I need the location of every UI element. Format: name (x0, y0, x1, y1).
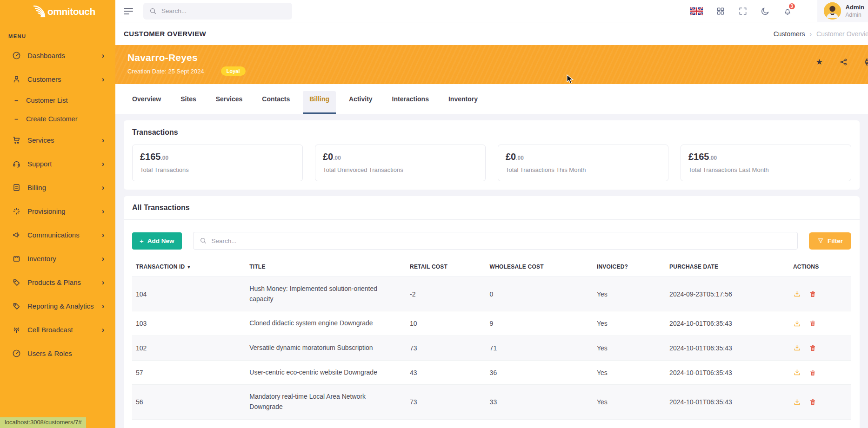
sidebar-item-cell-broadcast[interactable]: Cell Broadcast › (0, 318, 115, 342)
sidebar-nav: Dashboards › Customers › – Customer List… (0, 44, 115, 365)
sidebar-subitem-label: Create Customer (26, 115, 77, 123)
col-purchase-date[interactable]: PURCHASE DATE (666, 260, 789, 277)
trash-icon[interactable] (809, 320, 816, 327)
uk-flag-icon[interactable] (690, 7, 703, 15)
megaphone-icon (12, 230, 21, 239)
tab-interactions[interactable]: Interactions (386, 91, 435, 114)
stat-label: Total Transactions (140, 166, 295, 173)
tag-icon (12, 278, 21, 287)
user-role: Admin (846, 12, 864, 18)
table-search-input[interactable] (212, 237, 791, 244)
cell-retail-cost: 43 (406, 360, 486, 385)
app-logo[interactable]: omnitouch (0, 0, 115, 21)
sidebar-item-label: Customers (27, 75, 61, 83)
fullscreen-icon[interactable] (738, 7, 748, 16)
table-row: 102 Versatile dynamic moratorium Subscri… (132, 336, 851, 361)
col-title[interactable]: TITLE (246, 260, 406, 277)
sidebar-subitem-label: Customer List (26, 97, 67, 104)
creation-date: Creation Date: 25 Sept 2024 (127, 68, 204, 75)
bell-icon[interactable]: 3 (783, 7, 792, 16)
download-icon[interactable] (793, 344, 801, 352)
search-icon (149, 7, 157, 15)
cell-invoiced: Yes (593, 385, 666, 419)
sidebar-item-support[interactable]: Support › (0, 152, 115, 176)
chevron-right-icon: › (102, 231, 104, 239)
cell-invoiced: Yes (593, 336, 666, 361)
sidebar-item-provisioning[interactable]: Provisioning › (0, 199, 115, 223)
stat-label: Total Transactions Last Month (688, 166, 843, 173)
tab-sites[interactable]: Sites (174, 91, 202, 114)
chevron-right-icon: › (102, 184, 104, 191)
tab-activity[interactable]: Activity (342, 91, 379, 114)
grid-icon[interactable] (716, 7, 725, 16)
dash-icon: – (14, 97, 18, 104)
download-icon[interactable] (793, 369, 801, 376)
cell-retail-cost: 10 (406, 311, 486, 336)
cell-invoiced: Yes (593, 311, 666, 336)
col-transaction-id[interactable]: TRANSACTION ID▼ (132, 260, 246, 277)
col-invoiced[interactable]: INVOICED? (593, 260, 666, 277)
sidebar-item-label: Users & Roles (27, 349, 72, 357)
trash-icon[interactable] (809, 290, 816, 298)
tab-inventory[interactable]: Inventory (442, 91, 484, 114)
cell-purchase-date: 2024-10-01T06:35:43 (666, 385, 789, 419)
search-icon (200, 237, 207, 244)
download-icon[interactable] (793, 290, 801, 298)
tab-services[interactable]: Services (209, 91, 249, 114)
col-retail-cost[interactable]: RETAIL COST (406, 260, 486, 277)
tab-overview[interactable]: Overview (126, 91, 167, 114)
gauge-icon (12, 349, 21, 358)
filter-button[interactable]: Filter (809, 232, 851, 250)
add-new-button[interactable]: + Add New (132, 232, 182, 250)
stat-value: £0 (506, 151, 516, 162)
global-search[interactable] (143, 3, 292, 20)
stat-value: £0 (323, 151, 333, 162)
global-search-input[interactable] (161, 7, 286, 14)
moon-icon[interactable] (761, 7, 770, 16)
sidebar-item-customers[interactable]: Customers › (0, 67, 115, 91)
tab-contacts[interactable]: Contacts (255, 91, 296, 114)
stat-cents: .00 (516, 155, 524, 161)
print-icon[interactable] (864, 58, 868, 66)
sidebar-item-services[interactable]: Services › (0, 128, 115, 152)
transactions-table: TRANSACTION ID▼ TITLE RETAIL COST WHOLES… (132, 260, 851, 420)
gauge-icon (12, 51, 21, 60)
share-icon[interactable] (840, 58, 848, 66)
funnel-icon (817, 237, 824, 244)
table-search[interactable] (193, 232, 798, 250)
sidebar-item-communications[interactable]: Communications › (0, 223, 115, 247)
sidebar-item-label: Dashboards (27, 52, 65, 59)
sidebar-item-customer-list[interactable]: – Customer List (0, 91, 115, 110)
sidebar-item-billing[interactable]: Billing › (0, 176, 115, 199)
stat-total-uninvoiced: £0.00 Total Uninvoiced Transactions (315, 145, 486, 181)
sidebar-item-reporting-analytics[interactable]: Reporting & Analytics › (0, 294, 115, 318)
avatar (824, 2, 841, 20)
hamburger-menu-icon[interactable] (124, 6, 133, 16)
customer-name: Navarro-Reyes (127, 52, 856, 63)
download-icon[interactable] (793, 320, 801, 328)
trash-icon[interactable] (809, 398, 816, 406)
tab-billing[interactable]: Billing (303, 91, 336, 114)
star-icon[interactable]: ★ (816, 58, 823, 66)
all-transactions-title: All Transactions (132, 204, 851, 212)
table-row: 57 User-centric eco-centric website Down… (132, 360, 851, 385)
chevron-right-icon: › (102, 137, 104, 144)
trash-icon[interactable] (809, 344, 816, 352)
breadcrumb-customers[interactable]: Customers (774, 30, 805, 38)
stat-cents: .00 (709, 155, 717, 161)
broadcast-icon (12, 325, 21, 334)
col-wholesale-cost[interactable]: WHOLESALE COST (486, 260, 593, 277)
sidebar-item-users-roles[interactable]: Users & Roles (0, 342, 115, 365)
sidebar-item-dashboards[interactable]: Dashboards › (0, 44, 115, 67)
sidebar-item-inventory[interactable]: Inventory › (0, 247, 115, 270)
user-profile[interactable]: Admin Admin (817, 0, 868, 22)
sidebar-item-products-plans[interactable]: Products & Plans › (0, 270, 115, 294)
cell-invoiced: Yes (593, 277, 666, 311)
breadcrumb: Customers › Customer Overview (774, 30, 868, 38)
stat-label: Total Uninvoiced Transactions (323, 166, 478, 173)
cell-purchase-date: 2024-10-01T06:35:43 (666, 336, 789, 361)
sidebar-item-create-customer[interactable]: – Create Customer (0, 110, 115, 128)
user-name: Admin (846, 4, 864, 11)
download-icon[interactable] (793, 398, 801, 406)
trash-icon[interactable] (809, 369, 816, 376)
